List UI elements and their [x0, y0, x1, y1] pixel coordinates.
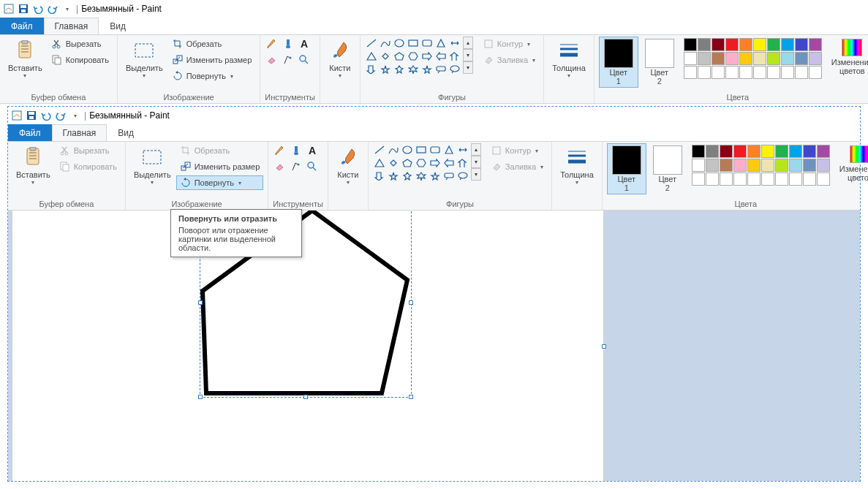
thickness-button[interactable]: Толщина▾	[556, 143, 597, 188]
palette-color[interactable]	[712, 52, 725, 65]
shape-4[interactable]	[420, 37, 434, 49]
tab-file[interactable]: Файл	[0, 18, 44, 34]
shape-12[interactable]	[434, 50, 448, 62]
copy-button[interactable]: Копировать	[48, 53, 113, 67]
shape-16[interactable]	[401, 170, 414, 182]
shape-14[interactable]	[365, 63, 378, 75]
palette-color[interactable]	[775, 145, 788, 158]
palette-empty[interactable]	[803, 173, 816, 186]
cut-button[interactable]: Вырезать	[48, 37, 113, 51]
palette-color[interactable]	[725, 52, 739, 65]
canvas-handle[interactable]	[602, 344, 606, 349]
shape-8[interactable]	[379, 50, 392, 62]
palette-color[interactable]	[781, 38, 794, 51]
tool-3[interactable]	[273, 159, 287, 174]
shape-8[interactable]	[387, 156, 400, 169]
shape-4[interactable]	[429, 143, 442, 156]
shape-6[interactable]	[456, 143, 469, 156]
palette-color[interactable]	[789, 159, 802, 172]
tool-4[interactable]	[281, 53, 295, 67]
qat-dropdown-icon[interactable]: ▾	[69, 110, 81, 121]
shape-2[interactable]	[401, 143, 414, 156]
palette-color[interactable]	[795, 38, 808, 51]
shape-7[interactable]	[373, 156, 386, 169]
select-button[interactable]: Выделить ▾	[130, 143, 175, 188]
shape-18[interactable]	[429, 170, 442, 182]
palette-empty[interactable]	[692, 173, 705, 186]
tool-0[interactable]	[273, 143, 287, 158]
rotate-button[interactable]: Повернуть▾	[168, 69, 256, 83]
shape-12[interactable]	[442, 156, 456, 169]
shape-17[interactable]	[415, 170, 428, 182]
edit-colors-button[interactable]: Изменение цветов	[828, 37, 868, 77]
palette-color[interactable]	[809, 38, 822, 51]
palette-color[interactable]	[747, 145, 761, 158]
tool-4[interactable]	[289, 159, 303, 174]
shape-20[interactable]	[448, 63, 461, 75]
shapes-expand[interactable]: ▾	[463, 61, 473, 74]
palette-color[interactable]	[692, 145, 705, 158]
palette-color[interactable]	[789, 145, 802, 158]
palette-color[interactable]	[692, 159, 705, 172]
palette-color[interactable]	[706, 159, 719, 172]
rotate-button[interactable]: Повернуть▾	[176, 175, 264, 190]
tool-2[interactable]: A	[305, 143, 320, 158]
shape-10[interactable]	[415, 156, 428, 169]
palette-empty[interactable]	[698, 66, 711, 79]
save-icon[interactable]	[18, 3, 29, 15]
palette-color[interactable]	[795, 52, 808, 65]
palette-color[interactable]	[739, 38, 752, 51]
tab-home[interactable]: Главная	[52, 124, 107, 141]
resize-button[interactable]: Изменить размер	[168, 53, 256, 67]
palette-color[interactable]	[761, 145, 774, 158]
shape-19[interactable]	[442, 170, 456, 182]
palette-color[interactable]	[712, 38, 725, 51]
palette-color[interactable]	[753, 52, 766, 65]
undo-icon[interactable]	[40, 110, 52, 121]
shapes-expand[interactable]: ▾	[471, 168, 481, 181]
shape-15[interactable]	[379, 63, 392, 75]
tab-home[interactable]: Главная	[44, 18, 99, 34]
shape-20[interactable]	[456, 170, 469, 182]
palette-empty[interactable]	[789, 173, 802, 186]
thickness-button[interactable]: Толщина▾	[548, 37, 589, 81]
tab-file[interactable]: Файл	[8, 124, 52, 141]
color1-button[interactable]: Цвет 1	[599, 37, 638, 88]
color1-button[interactable]: Цвет 1	[607, 143, 646, 194]
tool-1[interactable]	[281, 37, 295, 51]
shape-5[interactable]	[442, 143, 456, 156]
shape-3[interactable]	[415, 143, 428, 156]
shape-11[interactable]	[420, 50, 434, 62]
palette-empty[interactable]	[795, 66, 808, 79]
tool-5[interactable]	[305, 159, 320, 174]
palette-color[interactable]	[753, 38, 766, 51]
palette-empty[interactable]	[712, 66, 725, 79]
palette-color[interactable]	[733, 145, 747, 158]
shape-11[interactable]	[429, 156, 442, 169]
shapes-scroll-up[interactable]: ▴	[471, 143, 481, 156]
color2-button[interactable]: Цвет 2	[648, 143, 687, 194]
color2-button[interactable]: Цвет 2	[640, 37, 679, 88]
shapes-scroll-down[interactable]: ▾	[471, 156, 481, 168]
palette-color[interactable]	[684, 38, 697, 51]
paste-button[interactable]: Вставить ▾	[4, 37, 46, 81]
paste-button[interactable]: Вставить ▾	[12, 143, 54, 188]
shape-16[interactable]	[393, 63, 406, 75]
palette-color[interactable]	[803, 159, 816, 172]
tool-5[interactable]	[297, 53, 312, 67]
tool-1[interactable]	[289, 143, 303, 158]
palette-color[interactable]	[698, 38, 711, 51]
palette-color[interactable]	[817, 145, 830, 158]
palette-color[interactable]	[767, 38, 780, 51]
palette-color[interactable]	[725, 38, 739, 51]
tab-view[interactable]: Вид	[99, 18, 137, 34]
shapes-scroll-down[interactable]: ▾	[463, 49, 473, 61]
shape-5[interactable]	[434, 37, 448, 49]
palette-color[interactable]	[781, 52, 794, 65]
redo-icon[interactable]	[55, 110, 67, 121]
qat-dropdown-icon[interactable]: ▾	[61, 3, 73, 15]
inner-canvas-area[interactable]	[8, 211, 860, 481]
select-button[interactable]: Выделить ▾	[122, 37, 167, 81]
palette-empty[interactable]	[747, 173, 761, 186]
palette-empty[interactable]	[767, 66, 780, 79]
